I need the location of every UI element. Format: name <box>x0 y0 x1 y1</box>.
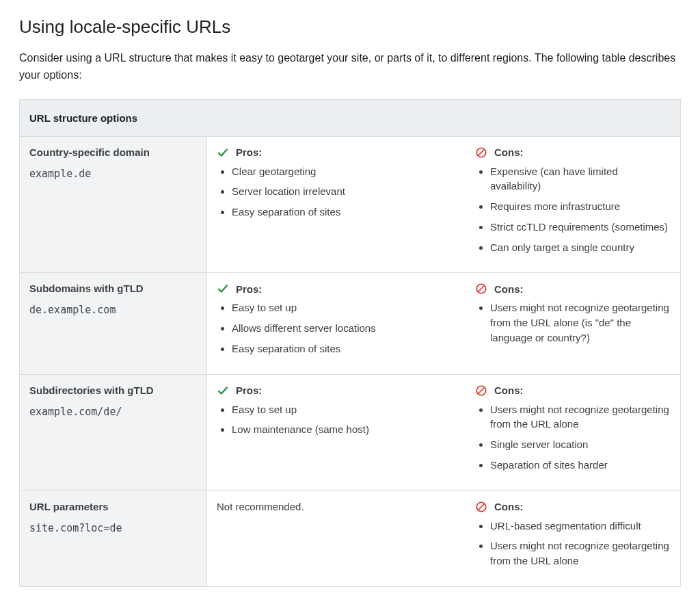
list-item: Easy to set up <box>232 402 456 417</box>
option-example: de.example.com <box>29 304 197 316</box>
pros-cell: Not recommended. <box>207 490 466 586</box>
cons-list: Users might not recognize geotargeting f… <box>475 402 671 473</box>
option-example: example.de <box>29 168 197 180</box>
list-item: Low maintenance (same host) <box>232 422 456 437</box>
list-item: Easy to set up <box>232 300 456 315</box>
option-example: example.com/de/ <box>29 406 197 418</box>
prohibited-icon <box>475 501 487 513</box>
list-item: Server location irrelevant <box>232 184 456 199</box>
option-example: site.com?loc=de <box>29 522 197 534</box>
check-icon <box>217 146 229 159</box>
option-name: Subdomains with gTLD <box>29 283 197 294</box>
option-name: Subdirectories with gTLD <box>29 384 197 396</box>
list-item: Clear geotargeting <box>232 164 456 179</box>
pros-list: Easy to set upLow maintenance (same host… <box>217 402 456 438</box>
cons-cell: Cons:Users might not recognize geotarget… <box>466 374 681 490</box>
pros-label-row: Pros: <box>217 146 456 159</box>
list-item: Easy separation of sites <box>232 205 456 220</box>
pros-label: Pros: <box>236 283 262 295</box>
table-header: URL structure options <box>20 99 681 136</box>
table-row: URL parameterssite.com?loc=deNot recomme… <box>20 490 681 586</box>
option-cell: URL parameterssite.com?loc=de <box>20 490 207 586</box>
cons-list: Expensive (can have limited availability… <box>475 164 671 255</box>
cons-label: Cons: <box>494 501 524 512</box>
list-item: Allows different server locations <box>232 321 456 336</box>
svg-line-5 <box>479 387 485 393</box>
option-name: Country-specific domain <box>29 146 197 158</box>
cons-cell: Cons:URL-based segmentation difficultUse… <box>466 490 681 586</box>
svg-line-7 <box>479 503 485 510</box>
list-item: Can only target a single country <box>490 240 671 255</box>
table-row: Country-specific domainexample.dePros:Cl… <box>20 136 681 273</box>
list-item: Separation of sites harder <box>490 458 671 473</box>
list-item: Users might not recognize geotargeting f… <box>490 402 671 432</box>
cons-label-row: Cons: <box>475 283 671 295</box>
intro-paragraph: Consider using a URL structure that make… <box>19 50 681 84</box>
pros-label: Pros: <box>236 146 262 158</box>
pros-cell: Pros:Clear geotargetingServer location i… <box>207 136 466 273</box>
prohibited-icon <box>475 283 487 295</box>
cons-label: Cons: <box>494 384 524 396</box>
prohibited-icon <box>475 146 487 159</box>
list-item: Strict ccTLD requirements (sometimes) <box>490 220 671 235</box>
option-name: URL parameters <box>29 501 197 512</box>
cons-cell: Cons:Expensive (can have limited availab… <box>466 136 681 273</box>
pros-cell: Pros:Easy to set upAllows different serv… <box>207 273 466 374</box>
page-title: Using locale-specific URLs <box>19 16 681 38</box>
check-icon <box>217 283 229 295</box>
cons-list: Users might not recognize geotargeting f… <box>475 300 671 345</box>
cons-list: URL-based segmentation difficultUsers mi… <box>475 519 671 568</box>
pros-label: Pros: <box>236 384 262 396</box>
list-item: Users might not recognize geotargeting f… <box>490 538 671 568</box>
check-icon <box>217 384 229 397</box>
option-cell: Subdirectories with gTLDexample.com/de/ <box>20 374 207 490</box>
table-row: Subdirectories with gTLDexample.com/de/P… <box>20 374 681 490</box>
cons-label-row: Cons: <box>475 501 671 513</box>
option-cell: Country-specific domainexample.de <box>20 136 207 273</box>
cons-label: Cons: <box>494 283 524 295</box>
pros-label-row: Pros: <box>217 283 456 295</box>
cons-label: Cons: <box>494 146 524 158</box>
pros-label-row: Pros: <box>217 384 456 397</box>
pros-list: Clear geotargetingServer location irrele… <box>217 164 456 220</box>
cons-cell: Cons:Users might not recognize geotarget… <box>466 273 681 374</box>
svg-line-3 <box>479 286 485 292</box>
prohibited-icon <box>475 384 487 397</box>
list-item: Single server location <box>490 437 671 452</box>
cons-label-row: Cons: <box>475 384 671 397</box>
table-row: Subdomains with gTLDde.example.comPros:E… <box>20 273 681 374</box>
pros-text: Not recommended. <box>217 501 456 512</box>
pros-list: Easy to set upAllows different server lo… <box>217 300 456 356</box>
option-cell: Subdomains with gTLDde.example.com <box>20 273 207 374</box>
cons-label-row: Cons: <box>475 146 671 159</box>
list-item: Users might not recognize geotargeting f… <box>490 300 671 345</box>
url-structure-table: URL structure options Country-specific d… <box>19 99 681 587</box>
list-item: Expensive (can have limited availability… <box>490 164 671 194</box>
svg-line-1 <box>479 149 485 155</box>
list-item: Requires more infrastructure <box>490 199 671 214</box>
list-item: URL-based segmentation difficult <box>490 519 671 534</box>
pros-cell: Pros:Easy to set upLow maintenance (same… <box>207 374 466 490</box>
list-item: Easy separation of sites <box>232 341 456 356</box>
